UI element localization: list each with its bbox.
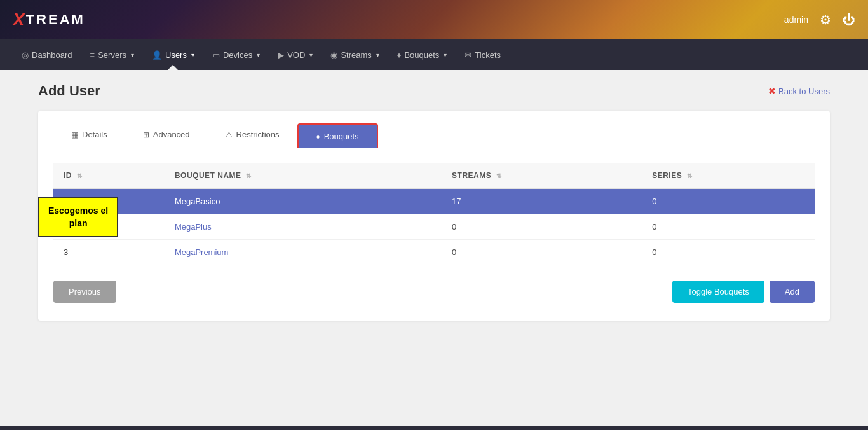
nav-streams-label: Streams (341, 50, 371, 60)
streams-chevron: ▾ (376, 52, 379, 59)
vod-icon: ▶ (278, 50, 284, 60)
row2-bouquet-name: MegaPlus (165, 214, 442, 240)
row1-streams: 17 (442, 188, 642, 214)
streams-sort-icon[interactable]: ⇅ (496, 172, 502, 179)
row1-bouquet-name: MegaBasico (165, 188, 442, 214)
row3-id: 3 (53, 240, 165, 265)
logo-x: X (13, 10, 25, 30)
tab-restrictions[interactable]: ⚠ Restrictions (208, 123, 297, 148)
col-series-label: SERIES (652, 171, 682, 180)
tab-bouquets-label: Bouquets (324, 132, 359, 141)
nav-servers-label: Servers (98, 50, 126, 60)
bouquets-tab-icon: ♦ (316, 132, 320, 141)
users-chevron: ▾ (191, 52, 194, 59)
back-icon: ✖ (768, 86, 776, 96)
dashboard-icon: ◎ (22, 50, 29, 60)
series-sort-icon[interactable]: ⇅ (687, 172, 693, 179)
streams-icon: ◉ (330, 50, 337, 60)
nav-users[interactable]: 👤 Users ▾ (143, 39, 203, 70)
header-right: admin ⚙ ⏻ (784, 12, 855, 27)
nav-vod-label: VOD (287, 50, 305, 60)
annotation-line1: Escogemos el (48, 205, 108, 216)
table-row[interactable]: 2 MegaPlus 0 0 (53, 214, 815, 240)
nav-tickets-label: Tickets (475, 50, 501, 60)
servers-icon: ≡ (90, 50, 95, 60)
annotation: Escogemos el plan (38, 197, 118, 237)
restrictions-tab-icon: ⚠ (226, 130, 233, 139)
tab-advanced-label: Advanced (153, 130, 190, 139)
logo-tream: TREAM (26, 11, 85, 28)
right-buttons: Toggle Bouquets Add (672, 281, 815, 303)
bouquet-name-sort-icon[interactable]: ⇅ (246, 172, 252, 179)
id-sort-icon[interactable]: ⇅ (77, 172, 83, 179)
col-bouquet-name: BOUQUET NAME ⇅ (165, 163, 442, 188)
toggle-bouquets-button[interactable]: Toggle Bouquets (672, 281, 764, 303)
col-series: SERIES ⇅ (642, 163, 815, 188)
nav-tickets[interactable]: ✉ Tickets (456, 39, 510, 70)
row1-series: 0 (642, 188, 815, 214)
nav-users-label: Users (165, 50, 187, 60)
tab-advanced[interactable]: ⊞ Advanced (125, 123, 208, 148)
nav-dashboard[interactable]: ◎ Dashboard (13, 39, 81, 70)
nav-devices-label: Devices (223, 50, 252, 60)
nav-servers[interactable]: ≡ Servers ▾ (81, 39, 143, 70)
row3-bouquet-name: MegaPremium (165, 240, 442, 265)
row3-series: 0 (642, 240, 815, 265)
page-title: Add User (38, 83, 100, 99)
tab-details-label: Details (82, 130, 107, 139)
tickets-icon: ✉ (465, 50, 471, 60)
devices-icon: ▭ (212, 50, 220, 60)
back-to-users-link[interactable]: ✖ Back to Users (768, 86, 830, 96)
bouquets-nav-icon: ♦ (397, 50, 402, 60)
vod-chevron: ▾ (309, 52, 313, 59)
col-id: ID ⇅ (53, 163, 165, 188)
tab-details[interactable]: ▦ Details (53, 123, 125, 148)
tab-restrictions-label: Restrictions (236, 130, 280, 139)
footer: Copyright © 2021 – Xtream UI R22F – Earl… (0, 426, 868, 430)
table-row[interactable]: 1 MegaBasico 17 0 (53, 188, 815, 214)
bouquets-table-container: ID ⇅ BOUQUET NAME ⇅ STREAMS ⇅ SERIES (53, 163, 815, 265)
bouquets-chevron: ▾ (444, 52, 447, 59)
settings-icon[interactable]: ⚙ (820, 12, 831, 27)
table-row[interactable]: 3 MegaPremium 0 0 (53, 240, 815, 265)
bouquets-table: ID ⇅ BOUQUET NAME ⇅ STREAMS ⇅ SERIES (53, 163, 815, 265)
bottom-actions: Previous Toggle Bouquets Add (53, 281, 815, 303)
top-header: X TREAM admin ⚙ ⏻ (0, 0, 868, 39)
users-icon: 👤 (152, 50, 162, 60)
main-content: Add User ✖ Back to Users ▦ Details ⊞ Adv… (0, 70, 868, 426)
add-user-card: ▦ Details ⊞ Advanced ⚠ Restrictions ♦ Bo… (38, 111, 830, 321)
tab-bouquets[interactable]: ♦ Bouquets (297, 123, 378, 148)
col-bouquet-name-label: BOUQUET NAME (175, 171, 241, 180)
admin-label: admin (784, 15, 808, 25)
nav-vod[interactable]: ▶ VOD ▾ (269, 39, 322, 70)
col-id-label: ID (64, 171, 72, 180)
tabs: ▦ Details ⊞ Advanced ⚠ Restrictions ♦ Bo… (53, 123, 815, 148)
table-header-row: ID ⇅ BOUQUET NAME ⇅ STREAMS ⇅ SERIES (53, 163, 815, 188)
nav-bouquets[interactable]: ♦ Bouquets ▾ (388, 39, 456, 70)
col-streams: STREAMS ⇅ (442, 163, 642, 188)
back-label: Back to Users (778, 87, 830, 96)
row2-streams: 0 (442, 214, 642, 240)
page-header: Add User ✖ Back to Users (38, 83, 830, 99)
nav-streams[interactable]: ◉ Streams ▾ (322, 39, 388, 70)
nav-bouquets-label: Bouquets (404, 50, 439, 60)
nav-dashboard-label: Dashboard (32, 50, 72, 60)
nav-devices[interactable]: ▭ Devices ▾ (203, 39, 269, 70)
navbar: ◎ Dashboard ≡ Servers ▾ 👤 Users ▾ ▭ Devi… (0, 39, 868, 70)
previous-button[interactable]: Previous (53, 281, 116, 303)
annotation-line2: plan (69, 218, 88, 228)
row3-streams: 0 (442, 240, 642, 265)
logo: X TREAM (13, 10, 85, 30)
advanced-tab-icon: ⊞ (143, 130, 149, 139)
devices-chevron: ▾ (257, 52, 260, 59)
servers-chevron: ▾ (131, 52, 134, 59)
col-streams-label: STREAMS (452, 171, 491, 180)
details-tab-icon: ▦ (71, 130, 78, 139)
row2-series: 0 (642, 214, 815, 240)
power-icon[interactable]: ⏻ (843, 13, 855, 27)
add-button[interactable]: Add (770, 281, 815, 303)
